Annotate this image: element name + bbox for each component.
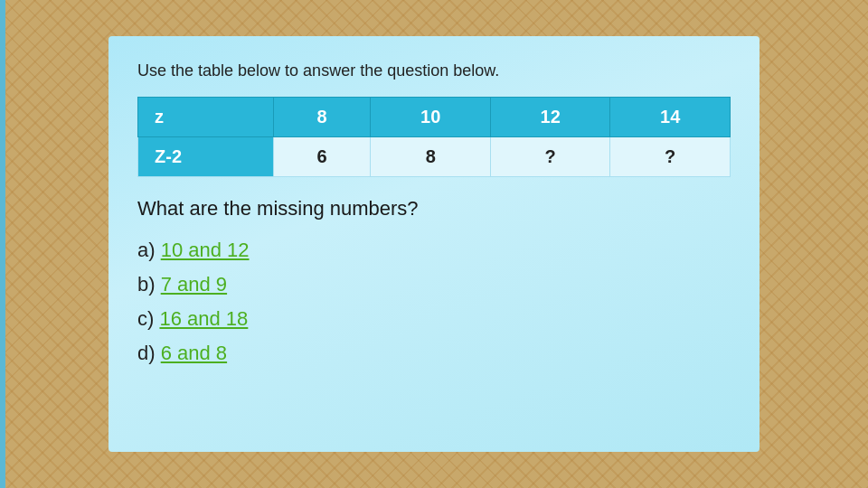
- data-table-wrap: z 8 10 12 14 Z-2 6 8 ? ?: [137, 97, 731, 177]
- cell-8: 8: [371, 137, 491, 177]
- table-data-row: Z-2 6 8 ? ?: [138, 137, 731, 177]
- option-b-letter: b): [137, 273, 156, 296]
- question-text: What are the missing numbers?: [137, 197, 731, 221]
- left-accent-bar: [0, 0, 5, 488]
- instruction-text: Use the table below to answer the questi…: [137, 61, 731, 80]
- table-header-row: z 8 10 12 14: [138, 98, 731, 137]
- option-d[interactable]: d) 6 and 8: [137, 342, 731, 365]
- col-header-12: 12: [490, 98, 610, 137]
- option-b-value: 7 and 9: [161, 273, 227, 296]
- col-header-z: z: [138, 98, 274, 137]
- cell-q1: ?: [490, 137, 610, 177]
- option-d-letter: d): [137, 342, 156, 364]
- option-a-value: 10 and 12: [161, 239, 250, 261]
- option-d-value: 6 and 8: [161, 342, 227, 364]
- option-a[interactable]: a) 10 and 12: [137, 239, 731, 262]
- col-header-8: 8: [273, 98, 371, 137]
- option-c-letter: c): [137, 307, 154, 330]
- option-a-letter: a): [137, 239, 156, 261]
- cell-q2: ?: [610, 137, 731, 177]
- option-b[interactable]: b) 7 and 9: [137, 273, 731, 296]
- option-c-value: 16 and 18: [159, 307, 248, 330]
- data-table: z 8 10 12 14 Z-2 6 8 ? ?: [137, 97, 731, 177]
- option-c[interactable]: c) 16 and 18: [137, 307, 731, 331]
- col-header-14: 14: [610, 98, 731, 137]
- cell-6: 6: [273, 137, 371, 177]
- content-card: Use the table below to answer the questi…: [108, 36, 760, 452]
- col-header-10: 10: [371, 98, 491, 137]
- row-label: Z-2: [138, 137, 274, 177]
- options-list: a) 10 and 12 b) 7 and 9 c) 16 and 18 d) …: [137, 239, 731, 365]
